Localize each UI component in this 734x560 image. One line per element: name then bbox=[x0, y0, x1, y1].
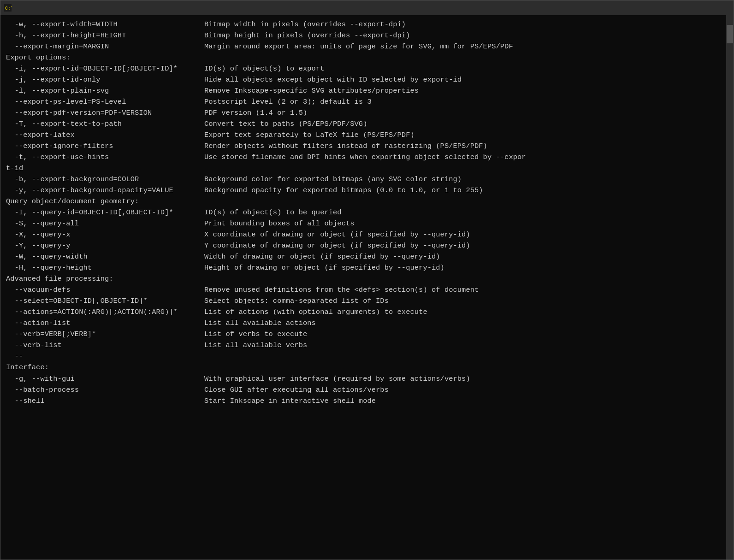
cmd-right-cell: Background color for exported bitmaps (a… bbox=[204, 174, 728, 185]
table-row: Advanced file processing: bbox=[6, 273, 728, 284]
table-row: --export-ps-level=PS-LevelPostscript lev… bbox=[6, 96, 728, 107]
scrollbar[interactable] bbox=[726, 15, 734, 560]
table-row: -h, --export-height=HEIGHTBitmap height … bbox=[6, 30, 728, 41]
table-row: --action-listList all available actions bbox=[6, 318, 728, 329]
cmd-right-cell bbox=[204, 362, 728, 373]
svg-text:C:\: C:\ bbox=[5, 6, 12, 11]
cmd-left-cell: --actions=ACTION(:ARG)[;ACTION(:ARG)]* bbox=[6, 307, 204, 318]
cmd-left-cell: -h, --export-height=HEIGHT bbox=[6, 30, 204, 41]
close-button[interactable] bbox=[709, 0, 730, 15]
table-row: -H, --query-heightHeight of drawing or o… bbox=[6, 262, 728, 273]
table-row: --vacuum-defsRemove unused definitions f… bbox=[6, 284, 728, 295]
cmd-left-cell: -i, --export-id=OBJECT-ID[;OBJECT-ID]* bbox=[6, 63, 204, 74]
table-row: -- bbox=[6, 351, 728, 362]
scrollbar-thumb[interactable] bbox=[727, 25, 733, 43]
cmd-right-cell: ID(s) of object(s) to export bbox=[204, 63, 728, 74]
cmd-right-cell: Close GUI after executing all actions/ve… bbox=[204, 384, 728, 395]
table-row: -b, --export-background=COLORBackground … bbox=[6, 174, 728, 185]
table-row: -T, --export-text-to-pathConvert text to… bbox=[6, 118, 728, 130]
table-row: -I, --query-id=OBJECT-ID[,OBJECT-ID]*ID(… bbox=[6, 207, 728, 218]
cmd-right-cell bbox=[204, 163, 728, 174]
maximize-button[interactable] bbox=[687, 0, 709, 15]
cmd-left-cell: --batch-process bbox=[6, 384, 204, 395]
cmd-left-cell: --action-list bbox=[6, 318, 204, 329]
cmd-left-cell: --export-ignore-filters bbox=[6, 141, 204, 152]
cmd-right-cell bbox=[204, 351, 728, 362]
cmd-left-cell: -g, --with-gui bbox=[6, 373, 204, 384]
cmd-left-cell: Advanced file processing: bbox=[6, 273, 204, 284]
cmd-left-cell: --export-margin=MARGIN bbox=[6, 41, 204, 52]
cmd-right-cell: PDF version (1.4 or 1.5) bbox=[204, 107, 728, 118]
cmd-right-cell: Remove Inkscape-specific SVG attributes/… bbox=[204, 85, 728, 96]
cmd-right-cell bbox=[204, 52, 728, 63]
table-row: -w, --export-width=WIDTHBitmap width in … bbox=[6, 19, 728, 30]
cmd-right-cell: Use stored filename and DPI hints when e… bbox=[204, 152, 728, 163]
cmd-left-cell: -W, --query-width bbox=[6, 251, 204, 262]
table-row: --export-latexExport text separately to … bbox=[6, 130, 728, 141]
cmd-right-cell: Margin around export area: units of page… bbox=[204, 41, 728, 52]
cmd-icon: C:\ bbox=[4, 4, 12, 12]
cmd-right-cell: Export text separately to LaTeX file (PS… bbox=[204, 130, 728, 141]
cmd-right-cell: Width of drawing or object (if specified… bbox=[204, 251, 728, 262]
cmd-left-cell: -t, --export-use-hints bbox=[6, 152, 204, 163]
table-row: -j, --export-id-onlyHide all objects exc… bbox=[6, 74, 728, 85]
table-row: --verb-listList all available verbs bbox=[6, 340, 728, 351]
table-row: -y, --export-background-opacity=VALUEBac… bbox=[6, 185, 728, 196]
table-row: -l, --export-plain-svgRemove Inkscape-sp… bbox=[6, 85, 728, 96]
cmd-right-cell: Start Inkscape in interactive shell mode bbox=[204, 395, 728, 407]
cmd-left-cell: -Y, --query-y bbox=[6, 240, 204, 251]
cmd-left-cell: t-id bbox=[6, 163, 204, 174]
terminal-content: -w, --export-width=WIDTHBitmap width in … bbox=[0, 15, 734, 560]
cmd-right-cell: List of verbs to execute bbox=[204, 329, 728, 340]
cmd-left-cell: Interface: bbox=[6, 362, 204, 373]
titlebar: C:\ bbox=[0, 0, 734, 15]
cmd-right-cell: Render objects without filters instead o… bbox=[204, 141, 728, 152]
cmd-left-cell: -S, --query-all bbox=[6, 218, 204, 229]
cmd-left-cell: -H, --query-height bbox=[6, 262, 204, 273]
minimize-button[interactable] bbox=[666, 0, 687, 15]
cmd-right-cell: X coordinate of drawing or object (if sp… bbox=[204, 229, 728, 240]
command-table: -w, --export-width=WIDTHBitmap width in … bbox=[6, 19, 728, 407]
cmd-right-cell: Postscript level (2 or 3); default is 3 bbox=[204, 96, 728, 107]
cmd-right-cell: Print bounding boxes of all objects bbox=[204, 218, 728, 229]
cmd-right-cell: List of actions (with optional arguments… bbox=[204, 307, 728, 318]
table-row: Export options: bbox=[6, 52, 728, 63]
cmd-right-cell: Bitmap width in pixels (overrides --expo… bbox=[204, 19, 728, 30]
cmd-left-cell: --verb-list bbox=[6, 340, 204, 351]
cmd-right-cell: Convert text to paths (PS/EPS/PDF/SVG) bbox=[204, 118, 728, 130]
table-row: -Y, --query-yY coordinate of drawing or … bbox=[6, 240, 728, 251]
table-row: --export-margin=MARGINMargin around expo… bbox=[6, 41, 728, 52]
cmd-left-cell: -X, --query-x bbox=[6, 229, 204, 240]
cmd-left-cell: -- bbox=[6, 351, 204, 362]
cmd-left-cell: -y, --export-background-opacity=VALUE bbox=[6, 185, 204, 196]
table-row: -g, --with-guiWith graphical user interf… bbox=[6, 373, 728, 384]
cmd-left-cell: --shell bbox=[6, 395, 204, 407]
cmd-right-cell: List all available actions bbox=[204, 318, 728, 329]
cmd-left-cell: --vacuum-defs bbox=[6, 284, 204, 295]
table-row: -i, --export-id=OBJECT-ID[;OBJECT-ID]*ID… bbox=[6, 63, 728, 74]
titlebar-left: C:\ bbox=[4, 4, 15, 12]
cmd-right-cell bbox=[204, 273, 728, 284]
cmd-left-cell: -b, --export-background=COLOR bbox=[6, 174, 204, 185]
cmd-left-cell: -j, --export-id-only bbox=[6, 74, 204, 85]
table-row: -W, --query-widthWidth of drawing or obj… bbox=[6, 251, 728, 262]
cmd-left-cell: -w, --export-width=WIDTH bbox=[6, 19, 204, 30]
cmd-right-cell: Remove unused definitions from the <defs… bbox=[204, 284, 728, 295]
cmd-left-cell: --export-latex bbox=[6, 130, 204, 141]
cmd-left-cell: -T, --export-text-to-path bbox=[6, 118, 204, 130]
table-row: --batch-processClose GUI after executing… bbox=[6, 384, 728, 395]
table-row: t-id bbox=[6, 163, 728, 174]
titlebar-controls bbox=[666, 0, 730, 15]
cmd-right-cell bbox=[204, 196, 728, 207]
table-row: --export-ignore-filtersRender objects wi… bbox=[6, 141, 728, 152]
table-row: --select=OBJECT-ID[,OBJECT-ID]*Select ob… bbox=[6, 295, 728, 307]
cmd-left-cell: -I, --query-id=OBJECT-ID[,OBJECT-ID]* bbox=[6, 207, 204, 218]
table-row: --shellStart Inkscape in interactive she… bbox=[6, 395, 728, 407]
cmd-right-cell: Height of drawing or object (if specifie… bbox=[204, 262, 728, 273]
table-row: -X, --query-xX coordinate of drawing or … bbox=[6, 229, 728, 240]
table-row: --actions=ACTION(:ARG)[;ACTION(:ARG)]*Li… bbox=[6, 307, 728, 318]
table-row: -t, --export-use-hintsUse stored filenam… bbox=[6, 152, 728, 163]
cmd-left-cell: --select=OBJECT-ID[,OBJECT-ID]* bbox=[6, 295, 204, 307]
cmd-right-cell: Hide all objects except object with ID s… bbox=[204, 74, 728, 85]
table-row: Interface: bbox=[6, 362, 728, 373]
